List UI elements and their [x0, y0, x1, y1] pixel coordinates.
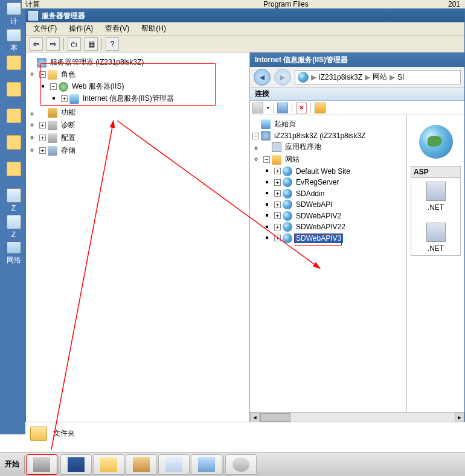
toolbar-button[interactable]: ▦ [85, 37, 98, 51]
toolbar: ⇦ ⇨ 🗀 ▦ ? [26, 36, 464, 52]
forward-button[interactable]: ⇨ [46, 37, 60, 51]
horizontal-scrollbar[interactable]: ◄ ► [250, 412, 464, 422]
scroll-thumb[interactable] [260, 413, 290, 422]
desktop-icon[interactable]: 本 [4, 29, 24, 53]
background-window-fragment: 计算 Program Files 201 [22, 0, 465, 8]
breadcrumb-server[interactable]: iZ231p8isk3Z [319, 73, 362, 81]
breadcrumb[interactable]: ▶ iZ231p8isk3Z ▶ 网站 ▶ SI [295, 70, 461, 84]
start-button[interactable]: 开始 [1, 455, 23, 474]
app-icon [28, 11, 38, 21]
tree-web-server[interactable]: −Web 服务器(IIS) [50, 81, 246, 92]
taskbar-item-settings[interactable] [225, 454, 257, 475]
tree-features[interactable]: 功能 [39, 107, 246, 118]
site-node-selected[interactable]: +SDWebAPIV3 [274, 233, 404, 243]
menu-help[interactable]: 帮助(H) [136, 22, 171, 35]
expand-icon[interactable]: + [39, 122, 46, 129]
expand-icon[interactable]: + [274, 168, 281, 174]
taskbar-item-tools[interactable] [126, 454, 157, 475]
back-button[interactable]: ⇦ [30, 37, 43, 51]
feature-icon[interactable] [426, 182, 446, 201]
breadcrumb-trail[interactable]: SI [397, 73, 404, 81]
folder-icon[interactable] [30, 427, 47, 441]
taskbar: 开始 [0, 452, 465, 476]
scroll-right-button[interactable]: ► [455, 413, 464, 422]
site-node[interactable]: +SDWebAPIV22 [274, 222, 404, 232]
taskbar-item-explorer[interactable] [93, 454, 124, 475]
tree-roles[interactable]: −角色 [39, 69, 246, 80]
expand-icon[interactable]: + [274, 212, 281, 219]
tree-diagnostics[interactable]: +诊断 [39, 119, 246, 131]
menu-file[interactable]: 文件(F) [28, 22, 62, 35]
explorer-fragment: 文件夹 [25, 422, 465, 445]
server-node[interactable]: −iZ231p8isk3Z (iZ231p8isk3Z [252, 131, 404, 141]
feature-icon[interactable] [426, 223, 446, 242]
desktop-icon[interactable]: 网络 [4, 241, 24, 265]
desktop-icon[interactable]: Z [4, 188, 24, 212]
expand-icon[interactable]: + [274, 235, 281, 241]
globe-icon [283, 233, 292, 243]
sites-folder-icon [272, 155, 281, 165]
app-pools-node[interactable]: 应用程序池 [263, 141, 404, 153]
add-site-button[interactable] [315, 103, 326, 113]
site-node[interactable]: +SDAddin [274, 189, 404, 198]
connections-header: 连接 [250, 87, 464, 101]
expand-icon[interactable]: + [274, 179, 281, 186]
help-button[interactable]: ? [106, 37, 119, 51]
taskbar-item-iis[interactable] [191, 454, 222, 475]
site-node[interactable]: +SDWebAPI [274, 200, 404, 209]
globe-icon [283, 189, 292, 198]
save-button[interactable] [277, 103, 288, 113]
site-node[interactable]: +SDWebAPIV2 [274, 211, 404, 221]
features-icon [48, 108, 57, 118]
desktop-icon[interactable] [4, 56, 24, 80]
tree-storage[interactable]: +存储 [39, 145, 246, 156]
expand-icon[interactable]: + [61, 95, 68, 102]
taskbar-item-notepad[interactable] [158, 454, 190, 475]
tree-iis-manager[interactable]: +Internet 信息服务(IIS)管理器 [61, 93, 246, 104]
expand-icon[interactable]: + [274, 190, 281, 197]
detail-section: ASP .NET .NET [411, 166, 461, 256]
desktop-icon[interactable] [4, 162, 24, 186]
iis-manager-pane: Internet 信息服务(IIS)管理器 ◄ ► ▶ iZ231p8isk3Z… [249, 52, 464, 422]
delete-button[interactable]: ✕ [296, 103, 307, 113]
globe-icon [298, 72, 309, 83]
detail-pane[interactable]: ASP .NET .NET [407, 115, 464, 412]
desktop-icon[interactable]: 计 [4, 2, 24, 27]
scroll-left-button[interactable]: ◄ [250, 413, 260, 422]
desktop-icon[interactable] [4, 135, 24, 159]
menu-action[interactable]: 操作(A) [64, 22, 98, 35]
sites-node[interactable]: −网站 [263, 154, 404, 165]
collapse-icon[interactable]: − [263, 156, 270, 163]
site-node[interactable]: +Default Web Site [274, 167, 404, 176]
expand-icon[interactable]: + [39, 135, 46, 141]
connections-tree[interactable]: 起始页 −iZ231p8isk3Z (iZ231p8isk3Z 应用程序池 −网… [250, 115, 407, 412]
collapse-icon[interactable]: − [39, 71, 46, 78]
connect-button[interactable] [252, 103, 263, 113]
site-node[interactable]: +EvRegServer [274, 177, 404, 187]
tree-configuration[interactable]: +配置 [39, 132, 246, 144]
tree-root[interactable]: 服务器管理器 (iZ231p8isk3Z) [28, 57, 246, 68]
menu-view[interactable]: 查看(V) [100, 22, 134, 35]
collapse-icon[interactable]: − [252, 133, 259, 139]
desktop-icon[interactable] [4, 82, 24, 106]
nav-back-button[interactable]: ◄ [254, 69, 271, 86]
frag-mid: Program Files [263, 0, 309, 8]
breadcrumb-sites[interactable]: 网站 [373, 72, 387, 82]
expand-icon[interactable]: + [274, 202, 281, 208]
taskbar-item-powershell[interactable] [60, 454, 92, 475]
left-tree-pane[interactable]: 服务器管理器 (iZ231p8isk3Z) −角色 −Web 服务器(IIS) … [26, 52, 249, 422]
home-icon [261, 119, 271, 129]
desktop-icon[interactable] [4, 109, 24, 133]
desktop-icon[interactable]: Z [4, 215, 24, 239]
web-icon [59, 82, 68, 92]
app-pools-icon [272, 142, 281, 152]
start-page-node[interactable]: 起始页 [252, 118, 404, 130]
taskbar-item-server-manager[interactable] [26, 454, 57, 475]
collapse-icon[interactable]: − [50, 83, 57, 90]
expand-icon[interactable]: + [274, 224, 281, 230]
expand-icon[interactable]: + [39, 147, 46, 154]
globe-icon [283, 211, 292, 221]
titlebar[interactable]: 服务器管理器 [26, 9, 464, 22]
nav-forward-button[interactable]: ► [274, 69, 291, 86]
toolbar-button[interactable]: 🗀 [68, 37, 81, 51]
